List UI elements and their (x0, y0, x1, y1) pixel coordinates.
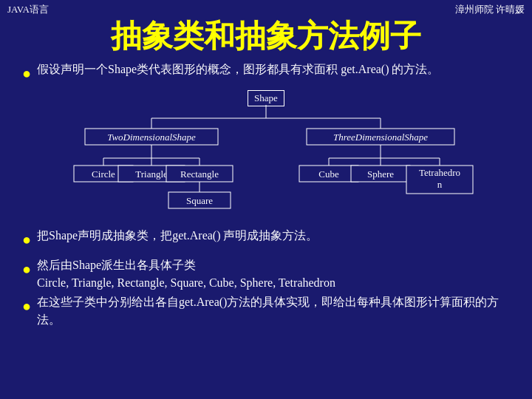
school-label: 漳州师院 (455, 4, 494, 15)
bullet-dot-2: ● (22, 228, 31, 250)
author-label: 许晴媛 (496, 4, 525, 15)
svg-text:n: n (437, 179, 443, 190)
bullet-dot-3: ● (22, 258, 31, 280)
diagram-svg: TwoDimensionalShape ThreeDimensionalShap… (37, 105, 495, 219)
svg-text:Square: Square (186, 195, 213, 206)
svg-text:TwoDimensionalShape: TwoDimensionalShape (107, 132, 196, 143)
diagram: Shape TwoDimensionalShape ThreeDimension… (22, 90, 510, 219)
bullet-text-4: 在这些子类中分别给出各自get.Area()方法的具体实现，即给出每种具体图形计… (37, 293, 510, 329)
svg-text:Circle: Circle (92, 168, 115, 180)
svg-text:ThreeDimensionalShape: ThreeDimensionalShape (333, 132, 428, 143)
svg-text:Tetrahedro: Tetrahedro (419, 167, 460, 178)
bullet-text-3: 然后由Shape派生出各具体子类 Circle, Triangle, Recta… (37, 256, 335, 292)
bullet-1: ● 假设声明一个Shape类代表图形的概念，图形都具有求面积 get.Area(… (22, 61, 510, 84)
bullet-3: ● 然后由Shape派生出各具体子类 Circle, Triangle, Rec… (22, 256, 510, 292)
bullet-dot-1: ● (22, 62, 31, 84)
bullet-2: ● 把Shape声明成抽象类，把get.Area() 声明成抽象方法。 (22, 227, 510, 250)
page-title: 抽象类和抽象方法例子 (0, 19, 532, 61)
svg-text:Sphere: Sphere (367, 168, 394, 180)
content-area: ● 假设声明一个Shape类代表图形的概念，图形都具有求面积 get.Area(… (0, 61, 532, 329)
java-label: JAVA语言 (7, 3, 49, 16)
svg-text:Cube: Cube (318, 168, 339, 180)
svg-text:Triangle: Triangle (135, 168, 168, 180)
school-author: 漳州师院 许晴媛 (455, 3, 525, 16)
shape-root: Shape (248, 90, 284, 106)
bullet-text-1: 假设声明一个Shape类代表图形的概念，图形都具有求面积 get.Area() … (37, 61, 439, 78)
top-bar: JAVA语言 漳州师院 许晴媛 (0, 0, 532, 19)
bullet-text-2: 把Shape声明成抽象类，把get.Area() 声明成抽象方法。 (37, 227, 318, 245)
bullet-dot-4: ● (22, 295, 31, 317)
shape-node: Shape (248, 90, 284, 106)
bullet-4: ● 在这些子类中分别给出各自get.Area()方法的具体实现，即给出每种具体图… (22, 293, 510, 329)
svg-text:Rectangle: Rectangle (180, 168, 219, 180)
